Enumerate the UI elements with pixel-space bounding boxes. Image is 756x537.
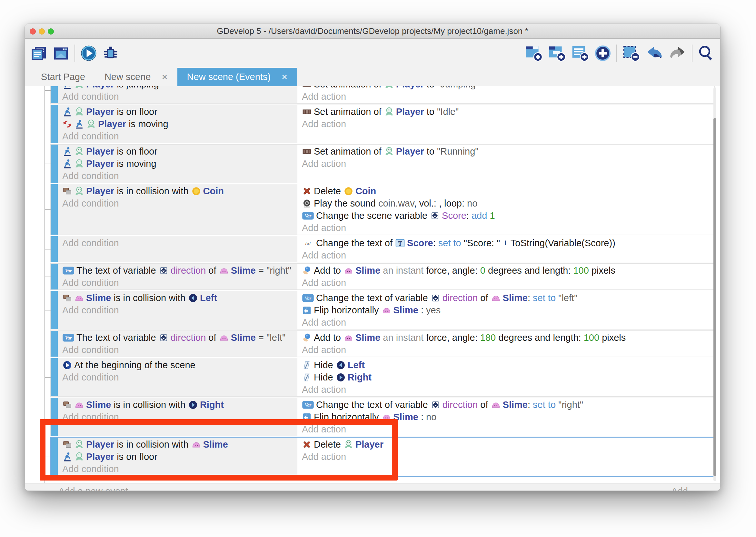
toolbar-separator — [74, 45, 75, 62]
event-row[interactable]: Slime is in collision with LeftAdd condi… — [50, 291, 715, 329]
event-row[interactable]: Add conditiontxtChange the text of TScor… — [50, 236, 715, 262]
condition-line[interactable]: Player is on floor — [58, 105, 297, 118]
condition-line[interactable]: Slime is in collision with Right — [58, 398, 297, 411]
add-new-event-button[interactable]: Add a new event — [58, 486, 128, 491]
text-segment: is on floor — [114, 146, 157, 156]
event-row[interactable]: VarThe text of variable direction of Sli… — [50, 263, 715, 290]
condition-line[interactable]: Player is on floor — [58, 145, 297, 157]
scrollbar-thumb[interactable] — [713, 118, 716, 476]
add-action-button[interactable]: Add action — [297, 118, 714, 130]
close-tab-icon[interactable]: × — [282, 72, 287, 82]
event-row[interactable]: Player is on floorPlayer is movingAdd co… — [50, 144, 715, 183]
add-condition-button[interactable]: Add condition — [58, 276, 297, 289]
collision-icon — [62, 400, 72, 410]
text-segment: : — [418, 305, 426, 315]
tab-new-scene[interactable]: New scene× — [95, 68, 177, 86]
text-segment: add — [472, 210, 490, 221]
coin-icon — [191, 186, 201, 196]
event-drag-bar[interactable] — [51, 184, 58, 235]
condition-line[interactable]: Player is moving — [58, 118, 297, 130]
add-circle-icon[interactable] — [594, 45, 611, 62]
add-condition-button[interactable]: Add condition — [58, 90, 297, 103]
action-line[interactable]: Add to Slime an instant force, angle: 18… — [297, 331, 714, 344]
add-condition-button[interactable]: Add condition — [58, 237, 297, 249]
text-segment: Change the text of variable — [316, 293, 431, 303]
tab-label: Start Page — [41, 72, 85, 82]
add-comment-icon[interactable] — [571, 45, 589, 62]
condition-line[interactable]: Player is jumping — [58, 86, 297, 90]
undo-icon[interactable] — [645, 45, 663, 62]
action-line[interactable]: Add to Slime an instant force, angle: 0 … — [297, 264, 714, 276]
add-action-button[interactable]: Add action — [297, 383, 714, 396]
event-drag-bar[interactable] — [51, 86, 58, 103]
event-row[interactable]: VarThe text of variable direction of Sli… — [50, 330, 715, 357]
add-subevent-icon[interactable] — [548, 45, 566, 62]
play-icon[interactable] — [80, 45, 97, 62]
event-row[interactable]: Player is in collision with CoinAdd cond… — [50, 184, 715, 235]
condition-line[interactable]: VarThe text of variable direction of Sli… — [58, 331, 297, 344]
add-button[interactable]: Add — [671, 486, 688, 491]
condition-line[interactable]: Slime is in collision with Left — [58, 292, 297, 304]
scene-editor-icon[interactable] — [53, 46, 69, 61]
event-drag-bar[interactable] — [51, 145, 58, 183]
add-action-button[interactable]: Add action — [297, 90, 714, 103]
var-icon: Var — [302, 400, 314, 410]
condition-line[interactable]: Player is moving — [58, 157, 297, 170]
event-drag-bar[interactable] — [51, 331, 58, 356]
action-line[interactable]: VarChange the scene variable Score: add … — [297, 209, 714, 222]
add-event-icon[interactable] — [525, 45, 543, 62]
event-row[interactable]: Player is on floorPlayer is movingAdd co… — [50, 104, 715, 143]
close-tab-icon[interactable]: × — [162, 72, 168, 82]
title-bar[interactable]: GDevelop 5 - /Users/david/Documents/GDev… — [25, 24, 720, 39]
event-drag-bar[interactable] — [51, 236, 58, 262]
event-drag-bar[interactable] — [51, 264, 58, 289]
add-action-button[interactable]: Add action — [297, 157, 714, 170]
action-line[interactable]: Set animation of Player to "Running" — [297, 145, 714, 157]
add-condition-button[interactable]: Add condition — [58, 371, 297, 383]
search-icon[interactable] — [698, 45, 714, 62]
action-line[interactable]: VarChange the text of variable direction… — [297, 292, 714, 304]
action-line[interactable]: VarChange the text of variable direction… — [297, 398, 714, 411]
text-segment: Score — [407, 238, 433, 248]
left-arrow-icon — [188, 293, 198, 303]
event-row[interactable]: Player is jumpingAdd conditionSet animat… — [50, 86, 715, 103]
action-line[interactable]: txtChange the text of TScore: set to "Sc… — [297, 237, 714, 249]
slime-icon — [344, 266, 354, 275]
event-row[interactable]: At the beginning of the sceneAdd conditi… — [50, 358, 715, 396]
add-condition-button[interactable]: Add condition — [58, 197, 297, 209]
add-condition-button[interactable]: Add condition — [58, 170, 297, 182]
project-manager-icon[interactable] — [31, 46, 47, 61]
action-line[interactable]: Hide Left — [297, 359, 714, 371]
player-icon — [74, 159, 84, 169]
action-line[interactable]: Set animation of Player to "Idle" — [297, 105, 714, 118]
tab-start-page[interactable]: Start Page — [31, 68, 95, 86]
condition-line[interactable]: Player is in collision with Coin — [58, 185, 297, 197]
event-drag-bar[interactable] — [51, 358, 58, 396]
add-action-button[interactable]: Add action — [297, 222, 714, 234]
action-line[interactable]: Play the sound coin.wav, vol.: , loop: n… — [297, 197, 714, 209]
action-line[interactable]: Delete Coin — [297, 185, 714, 197]
add-action-button[interactable]: Add action — [297, 344, 714, 356]
action-line[interactable]: Hide Right — [297, 371, 714, 383]
condition-line[interactable]: At the beginning of the scene — [58, 359, 297, 371]
add-condition-button[interactable]: Add condition — [58, 130, 297, 142]
debug-icon[interactable] — [102, 45, 119, 62]
text-segment: is in collision with — [114, 186, 191, 196]
action-line[interactable]: Set animation of Player to "Jumping" — [297, 86, 714, 90]
add-action-button[interactable]: Add action — [297, 276, 714, 289]
redo-icon[interactable] — [668, 45, 687, 62]
delete-event-icon[interactable] — [622, 45, 640, 62]
tab-bar: Start PageNew scene×New scene (Events)× — [25, 68, 720, 86]
event-drag-bar[interactable] — [51, 105, 58, 143]
text-segment: Set animation of — [314, 146, 384, 156]
condition-line[interactable]: VarThe text of variable direction of Sli… — [58, 264, 297, 276]
add-condition-button[interactable]: Add condition — [58, 344, 297, 356]
tab-new-scene-events-[interactable]: New scene (Events)× — [177, 68, 297, 86]
gdevelop-window: GDevelop 5 - /Users/david/Documents/GDev… — [24, 23, 721, 491]
add-condition-button[interactable]: Add condition — [58, 304, 297, 316]
add-action-button[interactable]: Add action — [297, 316, 714, 329]
text-segment: of — [206, 332, 219, 343]
action-line[interactable]: Flip horizontally Slime : yes — [297, 304, 714, 316]
add-action-button[interactable]: Add action — [297, 249, 714, 262]
event-drag-bar[interactable] — [51, 291, 58, 329]
